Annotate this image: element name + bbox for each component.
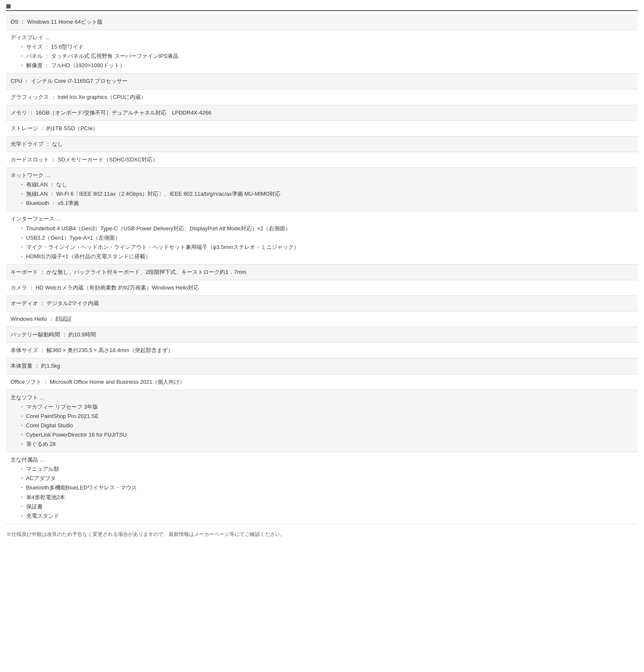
- spec-row-memory: メモリ ： 16GB［オンボード/交換不可］デュアルチャネル対応 LPDDR4X…: [6, 105, 638, 121]
- spec-row-label-accessories: 主な付属品 …: [11, 455, 633, 464]
- spec-row-label-optical: 光学ドライブ ： なし: [11, 139, 633, 149]
- spec-row-label-graphics: グラフィックス ： Intel Iris Xe graphics（CPUに内蔵）: [11, 93, 633, 102]
- spec-row-label-winhello: Windows Hello ： 顔認証: [11, 314, 633, 324]
- spec-row-bodyweight: 本体質量 ： 約1.5kg: [6, 358, 638, 374]
- spec-title: [6, 4, 638, 11]
- spec-row-bodysize: 本体サイズ ： 幅360 × 奥行235.5 × 高さ18.4mm（突起部含まず…: [6, 343, 638, 358]
- spec-row-label-storage: ストレージ ： 約1TB SSD（PCIe）: [11, 124, 633, 133]
- spec-row-audio: オーディオ ： デジタル2マイク内蔵: [6, 296, 638, 311]
- spec-row-label-interface: インターフェース …: [11, 214, 633, 224]
- spec-row-battery: バッテリー駆動時間 ： 約10.9時間: [6, 327, 638, 343]
- spec-row-label-cardslot: カードスロット ： SDメモリーカード（SDHC/SDXC対応）: [11, 155, 633, 164]
- spec-row-cpu: CPU ： インテル Core i7-1165G7 プロセッサー: [6, 74, 638, 89]
- spec-row-child-accessories-1: ・ ACアダプタ: [11, 474, 633, 483]
- spec-row-child-accessories-4: ・ 保証書: [11, 502, 633, 511]
- spec-row-child-network-0: ・ 有線LAN ： なし: [11, 180, 633, 189]
- spec-row-network: ネットワーク …・ 有線LAN ： なし・ 無線LAN ： Wi-Fi 6〔IE…: [6, 168, 638, 211]
- spec-row-label-memory: メモリ ： 16GB［オンボード/交換不可］デュアルチャネル対応 LPDDR4X…: [11, 108, 633, 117]
- spec-row-label-battery: バッテリー駆動時間 ： 約10.9時間: [11, 330, 633, 339]
- spec-row-software: 主なソフト …・ マカフィー リブセーフ 3年版・ Corel PaintSho…: [6, 390, 638, 453]
- spec-row-child-accessories-3: ・ 単4形乾電池2本: [11, 493, 633, 502]
- spec-row-child-display-2: ・ 解像度 ： フルHD（1920×1080ドット）: [11, 61, 633, 70]
- note: ※仕様及び外観は改良のため予告なく変更される場合がありますので、最新情報はメーカ…: [6, 529, 638, 540]
- spec-row-child-software-0: ・ マカフィー リブセーフ 3年版: [11, 402, 633, 412]
- spec-row-label-network: ネットワーク …: [11, 171, 633, 180]
- spec-row-child-software-1: ・ Corel PaintShop Pro 2021 SE: [11, 412, 633, 421]
- spec-row-label-bodyweight: 本体質量 ： 約1.5kg: [11, 361, 633, 371]
- spec-row-child-network-2: ・ Bluetooth ： v5.1準拠: [11, 199, 633, 208]
- spec-row-child-accessories-2: ・ Bluetooth多機能BlueLEDワイヤレス・マウス: [11, 483, 633, 492]
- spec-row-label-os: OS ： Windows 11 Home 64ビット版: [11, 17, 633, 27]
- spec-row-label-cpu: CPU ： インテル Core i7-1165G7 プロセッサー: [11, 76, 633, 86]
- spec-row-label-bodysize: 本体サイズ ： 幅360 × 奥行235.5 × 高さ18.4mm（突起部含まず…: [11, 346, 633, 355]
- spec-row-os: OS ： Windows 11 Home 64ビット版: [6, 14, 638, 30]
- spec-row-child-interface-2: ・ マイク・ラインイン・ヘッドホン・ラインアウト・ヘッドセット兼用端子（φ3.5…: [11, 243, 633, 252]
- spec-row-label-display: ディスプレイ …: [11, 33, 633, 42]
- spec-row-child-interface-0: ・ Thunderbolt 4 USB4（Gen3）Type-C（USB Pow…: [11, 224, 633, 233]
- spec-row-label-audio: オーディオ ： デジタル2マイク内蔵: [11, 299, 633, 308]
- spec-row-label-software: 主なソフト …: [11, 393, 633, 402]
- spec-row-interface: インターフェース …・ Thunderbolt 4 USB4（Gen3）Type…: [6, 211, 638, 264]
- spec-row-officesoft: Officeソフト ： Microsoft Office Home and Bu…: [6, 374, 638, 390]
- spec-row-camera: カメラ ： HD Webカメラ内蔵（有効画素数 約92万画素）Windows H…: [6, 280, 638, 296]
- spec-row-child-software-2: ・ Corel Digital Studio: [11, 421, 633, 430]
- spec-row-keyboard: キーボード ： かな無し、バックライト付キーボード、2段階押下式、キーストローク…: [6, 265, 638, 280]
- spec-row-child-accessories-5: ・ 充電スタンド: [11, 511, 633, 521]
- spec-row-accessories: 主な付属品 …・ マニュアル類・ ACアダプタ・ Bluetooth多機能Blu…: [6, 452, 638, 524]
- spec-row-child-interface-3: ・ HDMI出力端子×1（添付品の充電スタンドに搭載）: [11, 252, 633, 261]
- spec-row-child-display-0: ・ サイズ ： 15.6型ワイド: [11, 42, 633, 52]
- spec-row-child-interface-1: ・ USB3.2（Gen1）Type-A×1（左側面）: [11, 233, 633, 243]
- spec-row-winhello: Windows Hello ： 顔認証: [6, 311, 638, 327]
- spec-row-label-keyboard: キーボード ： かな無し、バックライト付キーボード、2段階押下式、キーストローク…: [11, 268, 633, 277]
- spec-row-label-camera: カメラ ： HD Webカメラ内蔵（有効画素数 約92万画素）Windows H…: [11, 283, 633, 292]
- spec-row-cardslot: カードスロット ： SDメモリーカード（SDHC/SDXC対応）: [6, 152, 638, 168]
- spec-row-child-network-1: ・ 無線LAN ： Wi-Fi 6〔IEEE 802.11ax（2.4Gbps）…: [11, 189, 633, 199]
- spec-row-display: ディスプレイ …・ サイズ ： 15.6型ワイド・ パネル ： タッチパネル式 …: [6, 30, 638, 74]
- spec-row-graphics: グラフィックス ： Intel Iris Xe graphics（CPUに内蔵）: [6, 90, 638, 105]
- spec-row-label-officesoft: Officeソフト ： Microsoft Office Home and Bu…: [11, 377, 633, 387]
- spec-row-child-accessories-0: ・ マニュアル類: [11, 464, 633, 474]
- spec-row-child-software-3: ・ CyberLink PowerDirector 16 for FUJITSU: [11, 430, 633, 440]
- spec-row-child-software-4: ・ 筆ぐるめ 28: [11, 440, 633, 449]
- spec-row-storage: ストレージ ： 約1TB SSD（PCIe）: [6, 121, 638, 137]
- spec-row-child-display-1: ・ パネル ： タッチパネル式 広視野角 スーパーファインIPS液晶: [11, 52, 633, 61]
- spec-table: OS ： Windows 11 Home 64ビット版ディスプレイ …・ サイズ…: [6, 14, 638, 524]
- spec-row-optical: 光学ドライブ ： なし: [6, 137, 638, 152]
